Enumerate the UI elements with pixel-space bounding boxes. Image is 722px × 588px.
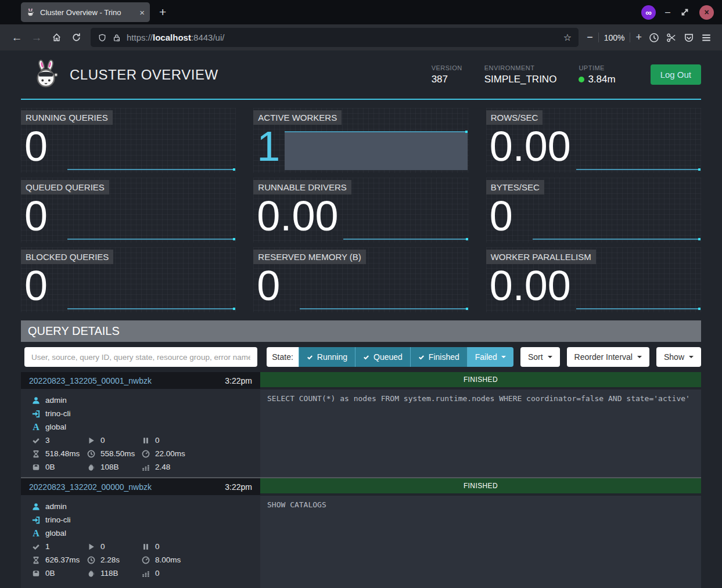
sparkline xyxy=(300,308,467,309)
user-icon xyxy=(31,396,41,405)
queued-splits-icon xyxy=(141,436,150,445)
running-splits-icon xyxy=(87,542,96,551)
cumulative-memory-fire-icon xyxy=(87,569,96,578)
trino-cluster-overview-page: CLUSTER OVERVIEW VERSION 387 ENVIRONMENT… xyxy=(0,50,722,588)
state-filter-group: State: Running Queued Finished Failed xyxy=(267,347,513,367)
stats-grid: RUNNING QUERIES 0 ACTIVE WORKERS 1 ROWS/… xyxy=(21,108,701,312)
page-title: CLUSTER OVERVIEW xyxy=(70,67,218,83)
query-id-link[interactable]: 20220823_132205_00001_nwbzk xyxy=(29,376,152,385)
back-button[interactable]: ← xyxy=(7,28,27,47)
stat-panel-blocked-queries: BLOCKED QUERIES 0 xyxy=(21,247,236,312)
new-tab-button[interactable]: + xyxy=(159,5,166,19)
query-id-link[interactable]: 20220823_132202_00000_nwbzk xyxy=(29,482,152,492)
query-details-title: QUERY DETAILS xyxy=(21,320,701,342)
sparkline-filled xyxy=(285,131,467,170)
elapsed-time-clock-icon xyxy=(87,555,96,565)
wall-time-hourglass-icon xyxy=(31,449,41,459)
current-memory-scale-icon xyxy=(31,463,41,472)
uptime-status-dot xyxy=(579,77,584,82)
query-row: 20220823_132205_00001_nwbzk 3:22pm admin… xyxy=(21,372,701,477)
reorder-interval-dropdown[interactable]: Reorder Interval xyxy=(567,347,649,367)
sparkline xyxy=(67,239,235,240)
forward-button[interactable]: → xyxy=(27,28,46,47)
stat-panel-active-workers: ACTIVE WORKERS 1 xyxy=(253,108,468,173)
sparkline xyxy=(576,169,700,170)
menu-icon[interactable] xyxy=(698,29,715,46)
screenshot-scissors-icon[interactable] xyxy=(663,29,680,46)
caret-down-icon xyxy=(548,356,552,358)
stat-panel-runnable-drivers: RUNNABLE DRIVERS 0.00 xyxy=(253,178,468,243)
logout-button[interactable]: Log Out xyxy=(651,64,701,85)
sparkline xyxy=(533,239,700,240)
cumulative-memory-fire-icon xyxy=(87,463,96,472)
query-status-bar: FINISHED xyxy=(260,372,701,387)
zoom-in-button[interactable]: + xyxy=(635,31,642,44)
zoom-out-button[interactable]: − xyxy=(587,31,593,44)
browser-tab[interactable]: Cluster Overview - Trino × xyxy=(21,2,150,22)
query-time: 3:22pm xyxy=(225,376,252,385)
window-restore-button[interactable] xyxy=(680,3,690,21)
browser-toolbar: ← → https://localhost:8443/ui/ ☆ − 100% … xyxy=(0,24,722,50)
stat-panel-reserved-memory: RESERVED MEMORY (B) 0 xyxy=(253,247,468,312)
history-clock-icon[interactable] xyxy=(645,29,663,46)
query-search-input[interactable] xyxy=(24,347,257,367)
sort-dropdown[interactable]: Sort xyxy=(520,347,560,367)
url-text: https://localhost:8443/ui/ xyxy=(127,33,558,42)
trino-bunny-favicon xyxy=(26,8,35,17)
show-dropdown[interactable]: Show xyxy=(656,347,701,367)
query-stats: admin trino-cli A global 3 0 0 518.48ms xyxy=(21,389,260,477)
sparkline xyxy=(67,169,235,170)
state-queued-button[interactable]: Queued xyxy=(355,347,410,367)
caret-down-icon xyxy=(689,356,694,358)
check-icon xyxy=(307,354,313,360)
version-metric: VERSION 387 xyxy=(432,64,462,85)
sparkline xyxy=(343,239,467,240)
sparkline xyxy=(67,308,235,309)
bookmark-star-icon[interactable]: ☆ xyxy=(563,32,572,43)
state-failed-dropdown[interactable]: Failed xyxy=(467,347,513,367)
home-button[interactable] xyxy=(46,28,66,47)
lock-warning-icon[interactable] xyxy=(112,33,121,42)
stat-panel-bytes-sec: BYTES/SEC 0 xyxy=(486,178,701,243)
query-row-header: 20220823_132202_00000_nwbzk 3:22pm xyxy=(21,478,260,495)
shield-icon[interactable] xyxy=(98,33,107,42)
resource-group-icon: A xyxy=(31,423,41,432)
state-finished-button[interactable]: Finished xyxy=(410,347,467,367)
tab-close-icon[interactable]: × xyxy=(139,8,145,17)
trino-logo xyxy=(34,59,60,91)
caret-down-icon xyxy=(501,356,506,358)
zoom-level[interactable]: 100% xyxy=(604,33,625,42)
url-bar[interactable]: https://localhost:8443/ui/ ☆ xyxy=(91,28,579,47)
query-row-header: 20220823_132205_00001_nwbzk 3:22pm xyxy=(21,372,260,389)
resource-group-icon: A xyxy=(31,529,41,538)
completed-splits-icon xyxy=(31,542,41,551)
caret-down-icon xyxy=(637,356,642,358)
cpu-time-gauge-icon xyxy=(141,555,150,565)
check-icon xyxy=(363,354,369,360)
query-sql-text: SELECT COUNT(*) as nodes FROM system.run… xyxy=(260,389,701,477)
stat-panel-running-queries: RUNNING QUERIES 0 xyxy=(21,108,236,173)
query-time: 3:22pm xyxy=(225,482,252,492)
user-icon xyxy=(31,502,41,511)
pocket-icon[interactable] xyxy=(680,29,698,46)
stat-panel-rows-sec: ROWS/SEC 0.00 xyxy=(486,108,701,173)
state-running-button[interactable]: Running xyxy=(299,347,355,367)
query-sql-text: SHOW CATALOGS xyxy=(260,496,701,588)
state-filter-label: State: xyxy=(267,347,299,367)
window-minimize-button[interactable]: – xyxy=(665,7,670,17)
completed-splits-icon xyxy=(31,436,41,445)
elapsed-time-clock-icon xyxy=(87,449,96,459)
browser-tab-bar: Cluster Overview - Trino × + ∞ – × xyxy=(0,0,722,24)
running-splits-icon xyxy=(87,436,96,445)
query-row: 20220823_132202_00000_nwbzk 3:22pm admin… xyxy=(21,477,701,588)
wall-time-hourglass-icon xyxy=(31,555,41,565)
queued-splits-icon xyxy=(141,542,150,551)
environment-metric: ENVIRONMENT SIMPLE_TRINO xyxy=(484,64,557,85)
private-browsing-icon: ∞ xyxy=(641,5,656,20)
sparkline xyxy=(576,308,700,309)
window-close-button[interactable]: × xyxy=(699,5,714,20)
cpu-time-gauge-icon xyxy=(141,449,150,459)
query-stats: admin trino-cli A global 1 0 0 626.37ms xyxy=(21,495,260,588)
query-list: 20220823_132205_00001_nwbzk 3:22pm admin… xyxy=(21,372,701,588)
reload-button[interactable] xyxy=(66,28,86,47)
